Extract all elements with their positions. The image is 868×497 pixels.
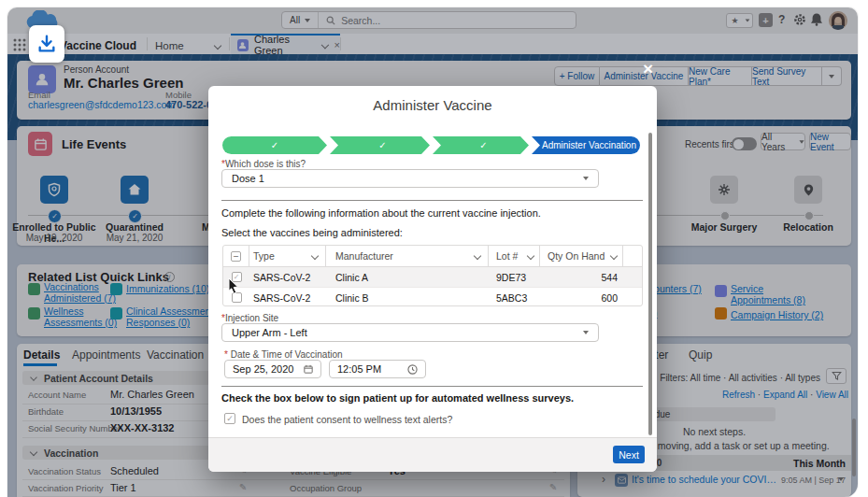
sort-chevron-icon bbox=[474, 252, 481, 260]
sort-chevron-icon bbox=[311, 252, 319, 260]
datetime-label: * Date & Time of Vaccination bbox=[224, 349, 343, 360]
cell-qty: 600 bbox=[540, 288, 623, 307]
sort-chevron-icon bbox=[527, 252, 534, 260]
column-header-manufacturer[interactable]: Manufacturer bbox=[326, 246, 489, 266]
dose-select[interactable]: Dose 1 bbox=[221, 169, 599, 188]
column-header-lot[interactable]: Lot # bbox=[489, 246, 540, 266]
column-label: Manufacturer bbox=[335, 250, 393, 262]
cell-manufacturer: Clinic A bbox=[326, 267, 489, 287]
progress-step-complete[interactable]: ✓ bbox=[330, 136, 430, 154]
consent-checkbox[interactable]: ✓ bbox=[224, 413, 235, 424]
progress-step-current[interactable]: Administer Vaccination bbox=[532, 136, 640, 154]
date-input[interactable]: Sep 25, 2020 bbox=[224, 360, 321, 378]
sort-chevron-icon bbox=[610, 252, 618, 260]
column-label: Lot # bbox=[496, 250, 518, 262]
modal-title: Administer Vaccine bbox=[208, 97, 657, 113]
check-icon: ✓ bbox=[373, 140, 386, 150]
column-label: Type bbox=[253, 250, 275, 262]
progress-indicator: ✓ ✓ ✓ Administer Vaccination bbox=[222, 136, 643, 154]
column-header-type[interactable]: Type bbox=[249, 246, 326, 266]
injection-site-label: *Injection Site bbox=[221, 313, 278, 323]
table-row[interactable]: SARS-CoV-2 Clinic B 5ABC3 600 bbox=[223, 288, 642, 307]
row-spacer-cell bbox=[623, 267, 642, 287]
administer-vaccine-modal: Administer Vaccine ✓ ✓ ✓ Administer Vacc… bbox=[208, 86, 657, 472]
injection-site-select[interactable]: Upper Arm - Left bbox=[221, 323, 599, 342]
cell-lot: 5ABC3 bbox=[489, 288, 540, 307]
check-icon: ✓ bbox=[271, 140, 278, 150]
vaccine-table: – Type Manufacturer Lot # Qty On Hand ✓ … bbox=[222, 245, 643, 306]
column-label: Qty On Hand bbox=[548, 250, 605, 262]
cell-type: SARS-CoV-2 bbox=[249, 267, 326, 287]
chevron-down-icon bbox=[583, 331, 589, 334]
dose-label-text: Which dose is this? bbox=[225, 159, 306, 169]
date-value: Sep 25, 2020 bbox=[233, 363, 293, 375]
next-button[interactable]: Next bbox=[613, 446, 645, 463]
time-input[interactable]: 12:05 PM bbox=[329, 360, 426, 378]
modal-info-text: Complete the following information about… bbox=[221, 207, 541, 219]
modal-footer: Next bbox=[208, 437, 657, 472]
cell-lot: 9DE73 bbox=[489, 267, 540, 287]
indeterminate-glyph: – bbox=[234, 251, 238, 261]
modal-select-vaccines-text: Select the vaccines being administered: bbox=[221, 227, 403, 238]
time-value: 12:05 PM bbox=[337, 363, 381, 375]
mouse-cursor bbox=[228, 277, 240, 295]
download-badge[interactable] bbox=[29, 25, 64, 63]
modal-divider bbox=[221, 386, 643, 387]
injection-site-value: Upper Arm - Left bbox=[232, 327, 307, 338]
clock-icon[interactable] bbox=[407, 364, 418, 375]
modal-close-icon[interactable]: × bbox=[643, 60, 653, 78]
check-glyph: ✓ bbox=[226, 414, 234, 423]
chevron-down-icon bbox=[583, 177, 589, 180]
progress-step-complete[interactable]: ✓ bbox=[222, 136, 327, 154]
required-asterisk: * bbox=[224, 349, 231, 360]
progress-step-complete[interactable]: ✓ bbox=[433, 136, 529, 154]
dose-field-label: *Which dose is this? bbox=[221, 159, 306, 169]
select-all-checkbox[interactable]: – bbox=[231, 251, 241, 262]
cell-manufacturer: Clinic B bbox=[326, 288, 489, 307]
datetime-label-text: Date & Time of Vaccination bbox=[231, 349, 343, 360]
modal-divider bbox=[221, 200, 643, 201]
cell-qty: 544 bbox=[540, 267, 623, 287]
consent-header: Check the box below to sign patient up f… bbox=[221, 392, 574, 404]
column-header-qty[interactable]: Qty On Hand bbox=[540, 246, 623, 266]
next-label: Next bbox=[619, 449, 639, 461]
check-icon: ✓ bbox=[474, 140, 487, 150]
header-checkbox-cell: – bbox=[223, 246, 249, 266]
modal-scrollbar-thumb[interactable] bbox=[648, 133, 652, 435]
row-spacer-cell bbox=[623, 288, 642, 307]
app-root: All ★ + ? Vaccine Cloud Home Charles Gre… bbox=[0, 0, 868, 497]
consent-label: Does the patient consent to wellness tex… bbox=[242, 414, 452, 425]
table-header-row: – Type Manufacturer Lot # Qty On Hand bbox=[223, 246, 642, 267]
injection-site-label-text: Injection Site bbox=[225, 313, 278, 323]
calendar-icon[interactable] bbox=[304, 364, 313, 374]
header-spacer-cell bbox=[623, 246, 642, 266]
download-icon bbox=[36, 34, 57, 54]
cell-type: SARS-CoV-2 bbox=[249, 288, 326, 307]
progress-current-label: Administer Vaccination bbox=[535, 140, 636, 150]
dose-select-value: Dose 1 bbox=[232, 173, 264, 184]
table-row[interactable]: ✓ SARS-CoV-2 Clinic A 9DE73 544 bbox=[223, 267, 642, 288]
